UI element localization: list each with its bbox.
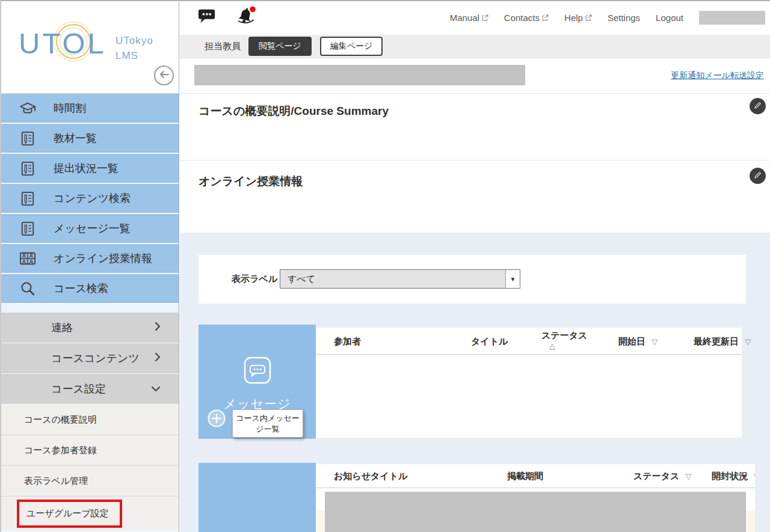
manual-link-label: Manual xyxy=(450,13,479,23)
sidebar-section-gap xyxy=(0,304,179,313)
sidebar-item-label: 提出状況一覧 xyxy=(54,161,119,176)
notification-bell-button[interactable] xyxy=(235,6,257,28)
edit-online-class-info-button[interactable] xyxy=(750,168,766,184)
tab-view-page[interactable]: 閲覧ページ xyxy=(248,37,312,56)
settings-link[interactable]: Settings xyxy=(608,13,640,23)
sidebar-item-message-list[interactable]: メッセージ一覧 xyxy=(0,214,179,243)
sidebar-item-submission-status[interactable]: 提出状況一覧 xyxy=(0,154,179,183)
external-link-icon xyxy=(585,13,592,23)
sidebar-item-content-search[interactable]: コンテンツ検索 xyxy=(0,184,179,213)
red-highlight-box: ユーザグループ設定 xyxy=(17,500,122,528)
plus-icon xyxy=(208,420,226,429)
logout-link-label: Logout xyxy=(656,13,683,23)
redacted-course-title xyxy=(194,65,525,85)
chevron-right-icon xyxy=(155,352,161,364)
notification-dot xyxy=(250,7,256,13)
subitem-label: ユーザグループ設定 xyxy=(26,508,109,518)
external-link-icon xyxy=(482,13,488,23)
display-label-filter-label: 表示ラベル xyxy=(232,274,277,285)
subitem-label: コースの概要説明 xyxy=(24,414,97,426)
contacts-link[interactable]: Contacts xyxy=(504,13,549,23)
graduation-cap-icon xyxy=(18,101,37,115)
column-title: タイトル xyxy=(471,336,508,347)
sidebar: UTOL UTokyo LMS 時間割 教材一覧 提 xyxy=(0,0,179,532)
clipboard-icon xyxy=(18,130,37,147)
tab-edit-page[interactable]: 編集ページ xyxy=(320,37,383,56)
dropdown-arrow-icon: ▼ xyxy=(510,276,516,283)
column-status-label: ステータス xyxy=(633,471,679,481)
sidebar-item-label: コース検索 xyxy=(54,281,108,296)
column-start-date-label: 開始日 xyxy=(618,336,645,346)
accordion-label: コース設定 xyxy=(51,382,106,396)
column-open-status-label: 開封状況 xyxy=(712,471,748,481)
course-header-band: 更新通知メール転送設定 コースの概要説明/Course Summary オンライ… xyxy=(180,58,770,233)
pencil-icon xyxy=(754,171,762,181)
add-message-button[interactable] xyxy=(208,409,226,429)
column-open-status-sortable[interactable]: 開封状況 ▽ xyxy=(712,471,755,482)
edit-course-summary-button[interactable] xyxy=(750,98,766,114)
logo-subtitle-line1: UTokyo xyxy=(116,34,153,49)
column-participants: 参加者 xyxy=(334,336,361,347)
sidebar-collapse-button[interactable] xyxy=(154,66,174,85)
message-category-card[interactable]: メッセージ コース内メッセージ一覧 xyxy=(199,325,316,439)
chat-button[interactable] xyxy=(198,8,216,26)
sidebar-item-course-settings[interactable]: コース設定 xyxy=(0,374,179,404)
column-last-updated-sortable[interactable]: 最終更新日 ▽ xyxy=(694,336,751,347)
sort-desc-icon: ▽ xyxy=(754,472,755,481)
sidebar-subitem-participant-registration[interactable]: コース参加者登録 xyxy=(0,435,179,466)
display-label-select[interactable]: すべて ▼ xyxy=(280,269,520,289)
sidebar-item-label: 教材一覧 xyxy=(54,131,97,145)
redacted-notice-content xyxy=(325,492,746,532)
window-left-edge xyxy=(0,0,1,532)
top-bar: Manual Contacts Help Settings xyxy=(180,0,770,35)
course-summary-section: コースの概要説明/Course Summary xyxy=(180,93,770,160)
course-summary-title: コースの概要説明/Course Summary xyxy=(199,103,389,119)
column-status-label: ステータス xyxy=(541,330,587,340)
back-arrow-icon xyxy=(159,70,169,81)
message-list-tooltip: コース内メッセージ一覧 xyxy=(232,409,303,438)
subitem-label: コース参加者登録 xyxy=(24,445,97,456)
sidebar-item-label: オンライン授業情報 xyxy=(54,251,152,266)
contacts-link-label: Contacts xyxy=(504,13,540,23)
message-table: 参加者 タイトル ステータス △ 開始日 ▽ 最終更新日 ▽ xyxy=(316,328,742,438)
sort-desc-icon: ▽ xyxy=(686,472,692,481)
select-arrow-box[interactable]: ▼ xyxy=(505,270,520,288)
external-link-icon xyxy=(542,13,549,23)
course-settings-submenu: コースの概要説明 コース参加者登録 表示ラベル管理 ユーザグループ設定 xyxy=(0,405,179,531)
sidebar-item-materials[interactable]: 教材一覧 xyxy=(0,124,179,153)
logo-subtitle: UTokyo LMS xyxy=(116,34,153,63)
main-area: Manual Contacts Help Settings xyxy=(180,0,770,532)
notice-category-card[interactable] xyxy=(199,463,316,532)
sidebar-subitem-display-label-management[interactable]: 表示ラベル管理 xyxy=(0,466,179,497)
sidebar-item-label: 時間割 xyxy=(54,101,86,115)
column-status-sortable[interactable]: ステータス △ xyxy=(541,330,587,350)
page-tab-bar: 担当教員 閲覧ページ 編集ページ xyxy=(180,35,770,58)
accordion-label: 連絡 xyxy=(51,320,73,335)
notice-table: お知らせタイトル 掲載期間 ステータス ▽ 開封状況 ▽ xyxy=(316,464,755,532)
sidebar-subitem-course-summary[interactable]: コースの概要説明 xyxy=(0,405,179,435)
manual-link[interactable]: Manual xyxy=(450,13,488,23)
column-start-date-sortable[interactable]: 開始日 ▽ xyxy=(618,336,658,347)
column-status-sortable[interactable]: ステータス ▽ xyxy=(633,471,692,482)
logo-area: UTOL UTokyo LMS xyxy=(0,0,179,94)
sidebar-item-course-contents[interactable]: コースコンテンツ xyxy=(0,343,179,373)
bell-icon xyxy=(235,19,257,28)
pencil-icon xyxy=(754,102,762,111)
sidebar-item-contact[interactable]: 連絡 xyxy=(0,313,179,343)
sidebar-subitem-user-group-settings[interactable]: ユーザグループ設定 xyxy=(0,497,179,531)
column-last-updated-label: 最終更新日 xyxy=(694,336,739,346)
logout-link[interactable]: Logout xyxy=(656,13,683,23)
sidebar-item-course-search[interactable]: コース検索 xyxy=(0,274,179,303)
message-bubble-icon xyxy=(244,356,271,387)
subitem-label: 表示ラベル管理 xyxy=(24,475,88,487)
update-notification-mail-link[interactable]: 更新通知メール転送設定 xyxy=(671,70,764,81)
clipboard-icon xyxy=(18,220,37,237)
sidebar-item-timetable[interactable]: 時間割 xyxy=(0,94,179,123)
clipboard-icon xyxy=(18,190,37,207)
sidebar-item-online-class-info[interactable]: オンライン授業情報 xyxy=(0,244,179,273)
column-posting-period: 掲載期間 xyxy=(507,471,543,482)
help-link[interactable]: Help xyxy=(564,13,592,23)
chevron-right-icon xyxy=(155,322,161,334)
settings-link-label: Settings xyxy=(608,13,640,23)
sidebar-item-label: コンテンツ検索 xyxy=(54,191,131,206)
